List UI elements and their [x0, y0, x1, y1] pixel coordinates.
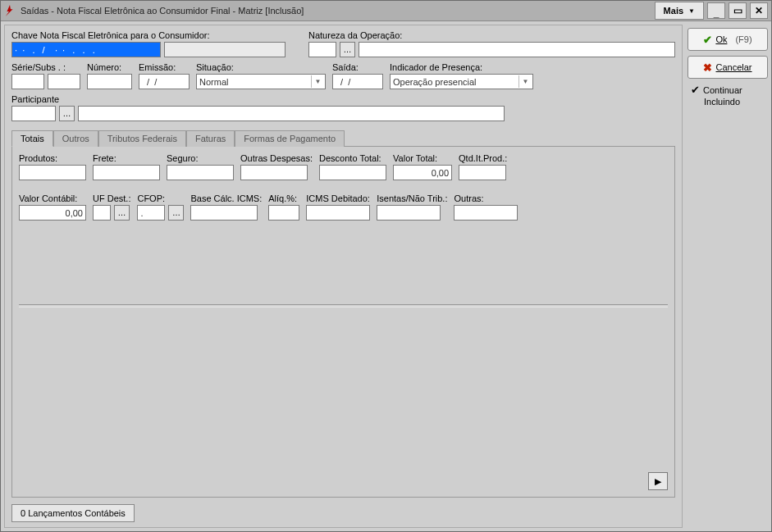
ok-label: Ok: [715, 34, 727, 44]
numero-label: Número:: [87, 62, 132, 72]
mais-button[interactable]: Mais ▼: [655, 2, 704, 20]
emissao-label: Emissão:: [139, 62, 190, 72]
situacao-value: [196, 74, 326, 89]
close-icon: ✕: [755, 6, 763, 16]
lookup-icon: …: [172, 208, 180, 217]
subs-input[interactable]: [48, 74, 80, 89]
next-page-button[interactable]: ▶: [648, 472, 668, 490]
tab-faturas[interactable]: Faturas: [186, 130, 235, 147]
ok-shortcut: (F9): [735, 34, 751, 44]
check-icon: ✔: [691, 84, 700, 96]
titlebar: Saídas - Nota Fiscal Eletrônica ao Consu…: [1, 1, 771, 21]
continuar-label1: Continuar: [703, 85, 742, 95]
natureza-lookup-button[interactable]: …: [340, 42, 355, 57]
mais-caret-icon: ▼: [688, 7, 695, 15]
window: Saídas - Nota Fiscal Eletrônica ao Consu…: [0, 0, 772, 532]
uf-dest-input[interactable]: [93, 205, 111, 221]
isentas-label: Isentas/Não Trib.:: [377, 193, 447, 203]
window-title: Saídas - Nota Fiscal Eletrônica ao Consu…: [21, 6, 304, 16]
cancel-button[interactable]: ✖ Cancelar: [687, 56, 768, 79]
continuar-label2: Incluindo: [704, 97, 740, 107]
mais-label: Mais: [664, 6, 683, 16]
participante-lookup-button[interactable]: …: [59, 106, 75, 121]
participante-desc-input[interactable]: [78, 106, 505, 121]
tab-strip: Totais Outros Tributos Federais Faturas …: [11, 130, 675, 146]
natureza-code-input[interactable]: [308, 42, 336, 57]
play-icon: ▶: [655, 476, 661, 487]
lookup-icon: …: [63, 109, 71, 118]
icms-debitado-input[interactable]: [306, 205, 370, 221]
base-calc-label: Base Cálc. ICMS:: [190, 193, 262, 203]
tab-content-totais: Produtos: Frete: Seguro: Outras Despesas…: [11, 146, 675, 498]
cfop-label: CFOP:: [137, 193, 184, 203]
natureza-desc-input[interactable]: [359, 42, 675, 57]
chave-ext-input[interactable]: [164, 42, 286, 57]
qtd-it-prod-input[interactable]: [459, 165, 506, 180]
check-icon: ✔: [703, 34, 712, 46]
tab-outros[interactable]: Outros: [53, 130, 98, 147]
isentas-input[interactable]: [377, 205, 441, 221]
saida-input[interactable]: [332, 74, 383, 89]
serie-input[interactable]: [11, 74, 44, 89]
close-button[interactable]: ✕: [750, 2, 768, 19]
lancamentos-contabeis-button[interactable]: 0 Lançamentos Contábeis: [11, 504, 135, 522]
lookup-icon: …: [344, 45, 352, 54]
participante-label: Participante: [11, 94, 675, 104]
outras2-label: Outras:: [454, 193, 518, 203]
desconto-total-label: Desconto Total:: [319, 153, 386, 163]
x-icon: ✖: [703, 61, 712, 74]
seguro-label: Seguro:: [167, 153, 234, 163]
frete-label: Frete:: [93, 153, 160, 163]
uf-dest-label: UF Dest.:: [93, 193, 130, 203]
uf-lookup-button[interactable]: …: [114, 205, 130, 221]
section-divider: [19, 304, 668, 307]
continuar-toggle[interactable]: ✔ Continuar Incluindo: [687, 84, 768, 107]
numero-input[interactable]: [87, 74, 132, 89]
indicador-select[interactable]: ▼: [390, 74, 533, 89]
outras2-input[interactable]: [454, 205, 518, 221]
frete-input[interactable]: [93, 165, 160, 180]
lookup-icon: …: [118, 208, 126, 217]
participante-code-input[interactable]: [11, 106, 56, 121]
icms-debitado-label: ICMS Debitado:: [306, 193, 370, 203]
lancamentos-label: 0 Lançamentos Contábeis: [21, 508, 126, 518]
valor-contabil-input: [19, 205, 86, 221]
cfop-input[interactable]: [137, 205, 165, 221]
situacao-label: Situação:: [196, 62, 326, 72]
situacao-select[interactable]: ▼: [196, 74, 326, 89]
cancel-label: Cancelar: [715, 62, 751, 72]
outras-despesas-input[interactable]: [240, 165, 308, 180]
valor-total-input: [393, 165, 452, 180]
natureza-label: Natureza da Operação:: [308, 30, 675, 40]
produtos-label: Produtos:: [19, 153, 86, 163]
produtos-input[interactable]: [19, 165, 86, 180]
maximize-button[interactable]: ▭: [729, 2, 747, 19]
maximize-icon: ▭: [733, 6, 742, 16]
cfop-lookup-button[interactable]: …: [168, 205, 184, 221]
aliq-label: Alíq.%:: [268, 193, 299, 203]
form-panel: Chave Nota Fiscal Eletrônica para o Cons…: [4, 25, 683, 528]
tab-formas-pagamento[interactable]: Formas de Pagamento: [235, 130, 345, 147]
tab-totais[interactable]: Totais: [11, 130, 53, 147]
ok-button[interactable]: ✔ Ok (F9): [687, 28, 768, 51]
app-logo-icon: [4, 5, 16, 16]
tab-tributos-federais[interactable]: Tributos Federais: [98, 130, 186, 147]
seguro-input[interactable]: [167, 165, 234, 180]
minimize-button[interactable]: _: [707, 2, 725, 19]
outras-despesas-label: Outras Despesas:: [240, 153, 313, 163]
valor-contabil-label: Valor Contábil:: [19, 193, 86, 203]
indicador-value: [390, 74, 533, 89]
qtd-it-prod-label: Qtd.It.Prod.:: [459, 153, 507, 163]
minimize-icon: _: [714, 8, 719, 18]
saida-label: Saída:: [332, 62, 383, 72]
side-panel: ✔ Ok (F9) ✖ Cancelar ✔ Continuar Incluin…: [687, 25, 768, 528]
desconto-total-input[interactable]: [319, 165, 386, 180]
chave-label: Chave Nota Fiscal Eletrônica para o Cons…: [11, 30, 286, 40]
indicador-label: Indicador de Presença:: [390, 62, 533, 72]
emissao-input[interactable]: [139, 74, 190, 89]
chave-input[interactable]: [11, 42, 161, 57]
serie-label: Série/Subs . :: [11, 62, 80, 72]
aliq-input[interactable]: [268, 205, 299, 221]
base-calc-input[interactable]: [190, 205, 258, 221]
valor-total-label: Valor Total:: [393, 153, 452, 163]
